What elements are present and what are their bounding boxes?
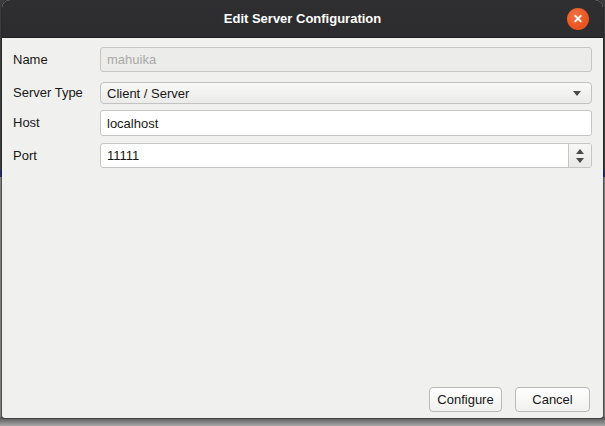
chevron-down-icon <box>573 91 581 96</box>
server-type-value: Client / Server <box>101 86 573 101</box>
arrow-up-icon <box>576 149 584 154</box>
server-type-label: Server Type <box>13 82 99 104</box>
close-button[interactable]: ✕ <box>567 8 589 30</box>
name-input <box>100 47 592 72</box>
port-input[interactable] <box>101 144 567 167</box>
name-label: Name <box>13 47 99 72</box>
close-icon: ✕ <box>573 13 583 25</box>
titlebar[interactable]: Edit Server Configuration ✕ <box>2 0 603 38</box>
configure-button[interactable]: Configure <box>429 387 502 412</box>
cancel-button[interactable]: Cancel <box>515 387 590 412</box>
spin-down-button[interactable] <box>569 158 591 163</box>
edit-server-configuration-dialog: Edit Server Configuration ✕ Name Server … <box>2 0 603 418</box>
host-input[interactable] <box>100 110 592 136</box>
arrow-down-icon <box>576 158 584 163</box>
port-label: Port <box>13 143 99 168</box>
window-title: Edit Server Configuration <box>2 0 603 38</box>
host-label: Host <box>13 110 99 136</box>
spin-up-button[interactable] <box>569 149 591 154</box>
port-spinbox <box>100 143 592 168</box>
server-type-dropdown[interactable]: Client / Server <box>100 82 592 104</box>
desktop-background: Edit Server Configuration ✕ Name Server … <box>0 0 605 426</box>
spin-button-column <box>568 144 591 167</box>
